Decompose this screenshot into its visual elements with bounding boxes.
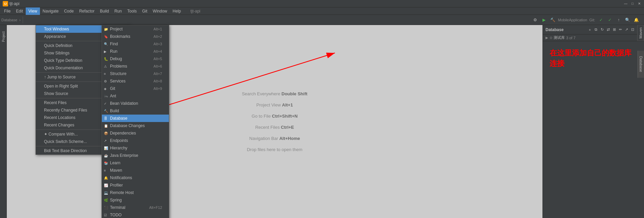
db-refresh-button[interactable]: ↻: [599, 27, 605, 32]
db-tree-name: 测试库: [554, 35, 565, 40]
left-sidebar: Project: [0, 25, 7, 218]
title-bar: IJ tjt-api — □ ✕: [0, 0, 644, 7]
minimize-button[interactable]: —: [624, 2, 628, 6]
terminal-icon: ⬛: [104, 206, 108, 210]
build-icon: 🔨: [104, 109, 108, 113]
submenu-learn[interactable]: 📚 Learn: [102, 159, 169, 167]
database-changes-icon: 📋: [104, 124, 108, 128]
java-enterprise-icon: ☕: [104, 154, 108, 158]
tool-windows-submenu: 📁 Project Alt+1 🔖 Bookmarks Alt+2 🔍 Find…: [102, 25, 169, 218]
menu-git[interactable]: Git: [139, 7, 150, 15]
db-table-button[interactable]: ⊞: [612, 27, 617, 32]
submenu-find[interactable]: 🔍 Find Alt+3: [102, 40, 169, 48]
toolbar: Database › ⚙ ▶ 🔨 MobileApplication Git: …: [0, 15, 644, 25]
db-copy-button[interactable]: ⧉: [593, 27, 599, 32]
project-sidebar-icon[interactable]: Project: [0, 26, 6, 47]
window-controls: — □ ✕: [624, 2, 641, 6]
remote-host-icon: 💻: [104, 191, 108, 195]
submenu-endpoints[interactable]: ↗ Endpoints: [102, 137, 169, 144]
close-button[interactable]: ✕: [637, 2, 641, 6]
submenu-java-enterprise[interactable]: ☕ Java Enterprise: [102, 152, 169, 159]
maven-icon: ≡: [104, 169, 106, 172]
submenu-project[interactable]: 📁 Project Alt+1: [102, 25, 169, 33]
submenu-notifications[interactable]: 🔔 Notifications: [102, 174, 169, 181]
menu-build[interactable]: Build: [97, 7, 112, 15]
submenu-spring[interactable]: 🌿 Spring: [102, 196, 169, 204]
db-add-button[interactable]: +: [587, 27, 593, 32]
submenu-structure[interactable]: ≡ Structure Alt+7: [102, 70, 169, 77]
database-panel-title: Database: [546, 27, 563, 32]
run-icon[interactable]: ▶: [540, 16, 548, 24]
problems-icon: ⚠: [104, 65, 107, 68]
menu-run[interactable]: Run: [112, 7, 125, 15]
debug-icon: 🐛: [104, 57, 108, 61]
db-jump-button[interactable]: ↗: [624, 27, 629, 32]
menu-help[interactable]: Help: [170, 7, 184, 15]
git-arrow-up[interactable]: ↑: [615, 16, 622, 24]
title-text: tjt-api: [9, 1, 19, 6]
database-panel-toolbar: + ⧉ ↻ ⇄ ⊞ ✏ ↗ ⊡ ▽: [587, 27, 641, 32]
submenu-ant[interactable]: 🐜 Ant: [102, 92, 169, 100]
database-icon: 🗄: [104, 117, 107, 120]
submenu-hierarchy[interactable]: 📊 Hierarchy: [102, 144, 169, 152]
submenu-todo[interactable]: ☑ TODO: [102, 211, 169, 218]
breadcrumb-project: Database: [1, 18, 17, 22]
endpoints-icon: ↗: [104, 139, 107, 143]
submenu-remote-host[interactable]: 💻 Remote Host: [102, 189, 169, 196]
db-tree-icon: ⊙: [550, 36, 552, 40]
services-icon: ⚙: [104, 79, 107, 83]
db-expand-button[interactable]: ⊡: [630, 27, 635, 32]
maximize-button[interactable]: □: [630, 2, 635, 6]
submenu-services[interactable]: ⚙ Services Alt+8: [102, 77, 169, 85]
menu-tools[interactable]: Tools: [125, 7, 139, 15]
submenu-build[interactable]: 🔨 Build: [102, 107, 169, 115]
menu-window[interactable]: Window: [150, 7, 170, 15]
search-everywhere-icon[interactable]: 🔍: [624, 16, 631, 24]
submenu-profiler[interactable]: 📈 Profiler: [102, 181, 169, 189]
spring-icon: 🌿: [104, 198, 108, 202]
maven-side-tab[interactable]: Maven: [637, 25, 644, 41]
toolbar-separator-1: [23, 17, 23, 23]
profiler-icon: 📈: [104, 184, 108, 187]
menu-code[interactable]: Code: [61, 7, 76, 15]
database-panel: Database + ⧉ ↻ ⇄ ⊞ ✏ ↗ ⊡ ▽ ▶ ⊙ 测试库 3 of …: [542, 25, 644, 218]
hints-container: Search Everywhere Double Shift Project V…: [242, 91, 308, 152]
run-icon: ▶: [104, 50, 107, 53]
submenu-terminal[interactable]: ⬛ Terminal Alt+F12: [102, 204, 169, 211]
database-side-tab[interactable]: Database: [638, 51, 644, 78]
git-check1[interactable]: ✓: [597, 16, 605, 24]
notifications-icon[interactable]: 🔔: [632, 16, 640, 24]
submenu-dependencies[interactable]: 📦 Dependencies: [102, 129, 169, 137]
submenu-git[interactable]: ◈ Git Alt+9: [102, 85, 169, 92]
submenu-bookmarks[interactable]: 🔖 Bookmarks Alt+2: [102, 33, 169, 40]
app-icon: IJ: [3, 1, 8, 6]
dependencies-icon: 📦: [104, 131, 108, 135]
menu-file[interactable]: File: [1, 7, 13, 15]
notifications-icon: 🔔: [104, 176, 108, 180]
main-layout: Project Search Everywhere Double Shift P…: [0, 25, 644, 218]
menu-edit[interactable]: Edit: [13, 7, 26, 15]
settings-icon[interactable]: ⚙: [532, 16, 539, 24]
chinese-annotation: 在这里添加自己的数据库连接: [550, 48, 637, 69]
db-content: 在这里添加自己的数据库连接: [543, 41, 644, 218]
git-check2[interactable]: ✓: [606, 16, 614, 24]
menu-navigate[interactable]: Navigate: [40, 7, 61, 15]
build-icon[interactable]: 🔨: [549, 16, 557, 24]
submenu-debug[interactable]: 🐛 Debug Alt+5: [102, 55, 169, 63]
submenu-database[interactable]: 🗄 Database: [102, 115, 169, 122]
git-label: Git:: [589, 16, 596, 24]
menu-view[interactable]: View: [26, 7, 40, 15]
title-left: IJ tjt-api: [3, 1, 19, 6]
submenu-maven[interactable]: ≡ Maven: [102, 167, 169, 174]
project-icon: 📁: [104, 27, 108, 31]
editor-area: Search Everywhere Double Shift Project V…: [7, 25, 542, 218]
menu-refactor[interactable]: Refactor: [76, 7, 97, 15]
bookmarks-icon: 🔖: [104, 35, 108, 39]
submenu-database-changes[interactable]: 📋 Database Changes: [102, 122, 169, 129]
submenu-problems[interactable]: ⚠ Problems Alt+6: [102, 63, 169, 70]
breadcrumb-separator: ›: [19, 18, 21, 22]
db-sync-button[interactable]: ⇄: [605, 27, 611, 32]
submenu-bean-validation[interactable]: ✓ Bean Validation: [102, 100, 169, 107]
submenu-run[interactable]: ▶ Run Alt+4: [102, 48, 169, 55]
db-edit-button[interactable]: ✏: [618, 27, 623, 32]
